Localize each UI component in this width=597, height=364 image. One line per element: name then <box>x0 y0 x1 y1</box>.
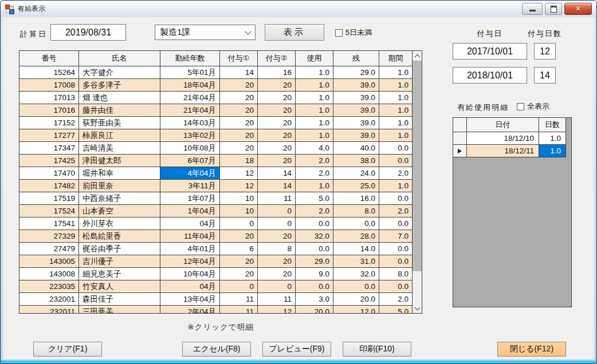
cell-used[interactable]: 1.0 <box>296 104 333 116</box>
cell-grant2[interactable]: 0 <box>258 217 296 230</box>
cell-name[interactable]: 津田健太郎 <box>79 155 160 167</box>
cell-name[interactable]: 山本蒼空 <box>79 205 160 217</box>
cell-used[interactable]: 2.0 <box>296 205 333 217</box>
cell-tenure[interactable]: 4年04月 <box>160 167 220 179</box>
table-row[interactable]: 17519中西奈緒子1年07月10115.016.00.0 <box>19 192 422 205</box>
table-row[interactable]: 232001森田佳子13年04月11113.020.02.0 <box>19 293 422 306</box>
cell-grant1[interactable]: 11 <box>220 306 258 314</box>
cell-grant1[interactable]: 20 <box>220 79 258 91</box>
cell-name[interactable]: 荻野亜由美 <box>79 117 160 129</box>
cell-name[interactable]: 畑 達也 <box>79 92 160 104</box>
cell-grant2[interactable]: 12 <box>258 306 296 314</box>
cell-remaining[interactable]: 14.0 <box>333 243 379 255</box>
cell-name[interactable]: 細見恵美子 <box>79 268 160 280</box>
cell-remaining[interactable]: 16.0 <box>333 192 379 204</box>
cell-grant2[interactable]: 16 <box>258 66 296 78</box>
column-header-remaining[interactable]: 残 <box>333 51 379 66</box>
cell-period[interactable]: 8.0 <box>379 268 412 280</box>
table-row[interactable]: 17277柿原良江13年02月20201.039.01.0 <box>19 129 422 142</box>
column-header-name[interactable]: 氏名 <box>79 51 160 66</box>
cell-grant2[interactable]: 20 <box>258 117 296 129</box>
column-header-tenure[interactable]: 勤続年数 <box>160 51 220 66</box>
cell-grant2[interactable]: 20 <box>258 268 296 280</box>
cell-used[interactable]: 1.0 <box>296 79 333 91</box>
maximize-button[interactable] <box>545 3 562 15</box>
cell-employee-number[interactable]: 27329 <box>19 230 79 242</box>
cell-grant1[interactable]: 12 <box>220 180 258 192</box>
cell-name[interactable]: 竹安真人 <box>79 280 160 292</box>
cell-tenure[interactable]: 10年08月 <box>160 142 220 154</box>
cell-used[interactable]: 1.0 <box>296 66 333 78</box>
cell-employee-number[interactable]: 223035 <box>19 280 79 292</box>
cell-used[interactable]: 0.0 <box>296 217 333 230</box>
cell-period[interactable]: 0.0 <box>379 192 412 204</box>
cell-tenure[interactable]: 5年01月 <box>160 66 220 78</box>
cell-remaining[interactable]: 40.0 <box>333 142 379 154</box>
cell-period[interactable]: 1.0 <box>379 79 412 91</box>
table-row[interactable]: 17482前田里奈3年11月12141.025.01.0 <box>19 180 422 192</box>
scroll-down-button[interactable] <box>413 303 422 313</box>
show-button[interactable]: 表示 <box>265 24 324 41</box>
table-row[interactable]: 17524山本蒼空1年04月1002.08.02.0 <box>19 205 422 217</box>
cell-tenure[interactable]: 13年02月 <box>160 129 220 141</box>
cell-employee-number[interactable]: 17524 <box>19 205 79 217</box>
cell-used[interactable]: 1.0 <box>296 129 333 141</box>
cell-name[interactable]: 外川芽衣 <box>79 217 160 230</box>
cell-used[interactable]: 20.0 <box>296 306 333 314</box>
cell-remaining[interactable]: 32.0 <box>333 268 379 280</box>
cell-period[interactable]: 0.0 <box>379 217 412 230</box>
cell-employee-number[interactable]: 17541 <box>19 217 79 230</box>
cell-grant2[interactable]: 14 <box>258 180 296 192</box>
column-header-employee-number[interactable]: 番号 <box>19 51 79 66</box>
cell-grant2[interactable]: 11 <box>258 192 296 204</box>
cell-grant1[interactable]: 18 <box>220 155 258 167</box>
cell-employee-number[interactable]: 17347 <box>19 142 79 154</box>
cell-remaining[interactable]: 39.0 <box>333 129 379 141</box>
table-row[interactable]: 17152荻野亜由美14年03月20201.039.01.0 <box>19 117 422 129</box>
cell-remaining[interactable]: 39.0 <box>333 79 379 91</box>
cell-grant2[interactable]: 20 <box>258 79 296 91</box>
table-row[interactable]: 17347吉崎清美10年08月20204.040.00.0 <box>19 142 422 155</box>
cell-tenure[interactable]: 4年01月 <box>160 243 220 255</box>
table-row[interactable]: 15264大字健介5年01月14161.029.01.0 <box>19 66 422 79</box>
cell-grant1[interactable]: 20 <box>220 268 258 280</box>
show-all-checkbox[interactable] <box>517 103 524 110</box>
close-form-button[interactable]: 閉じる(F12) <box>497 342 566 357</box>
cell-tenure[interactable]: 04月 <box>160 280 220 292</box>
cell-employee-number[interactable]: 17008 <box>19 79 79 91</box>
table-row[interactable]: 223035竹安真人04月000.00.00.0 <box>19 280 422 293</box>
table-row[interactable]: 143008細見恵美子10年04月20209.032.08.0 <box>19 268 422 280</box>
cell-grant2[interactable]: 20 <box>258 142 296 154</box>
cell-name[interactable]: 柿原良江 <box>79 129 160 141</box>
cell-name[interactable]: 堀井和幸 <box>79 167 160 179</box>
table-row[interactable]: 17013畑 達也21年04月20201.039.01.0 <box>19 92 422 104</box>
grant-days-1-input[interactable]: 12 <box>534 43 556 60</box>
cell-grant2[interactable]: 20 <box>258 129 296 141</box>
cell-remaining[interactable]: 39.0 <box>333 117 379 129</box>
scroll-up-button[interactable] <box>413 51 422 61</box>
cell-name[interactable]: 森田佳子 <box>79 293 160 305</box>
table-row[interactable]: 27479梶谷由季子4年01月680.014.00.0 <box>19 243 422 255</box>
cell-grant2[interactable]: 11 <box>258 293 296 305</box>
cell-grant1[interactable]: 0 <box>220 280 258 292</box>
cell-remaining[interactable]: 12.0 <box>333 306 379 314</box>
cell-usage-days[interactable]: 1.0 <box>539 132 566 145</box>
cell-employee-number[interactable]: 232001 <box>19 293 79 305</box>
cell-remaining[interactable]: 31.0 <box>333 255 379 267</box>
cell-grant2[interactable]: 0 <box>258 280 296 292</box>
cell-name[interactable]: 吉崎清美 <box>79 142 160 154</box>
cell-tenure[interactable]: 21年04月 <box>160 104 220 116</box>
grant-days-2-input[interactable]: 14 <box>534 67 556 84</box>
cell-remaining[interactable]: 39.0 <box>333 104 379 116</box>
cell-used[interactable]: 1.0 <box>296 180 333 192</box>
title-bar[interactable]: 有給表示 ✕ <box>1 1 596 17</box>
cell-grant2[interactable]: 20 <box>258 255 296 267</box>
cell-usage-date[interactable]: 18/12/10 <box>467 132 539 145</box>
preview-button[interactable]: プレビュー(F9) <box>262 342 331 357</box>
print-button[interactable]: 印刷(F10) <box>343 342 411 357</box>
cell-period[interactable]: 1.0 <box>379 92 412 104</box>
cell-grant2[interactable]: 0 <box>258 205 296 217</box>
show-all-option[interactable]: 全表示 <box>517 101 549 112</box>
cell-tenure[interactable]: 18年04月 <box>160 79 220 91</box>
cell-tenure[interactable]: 14年03月 <box>160 117 220 129</box>
